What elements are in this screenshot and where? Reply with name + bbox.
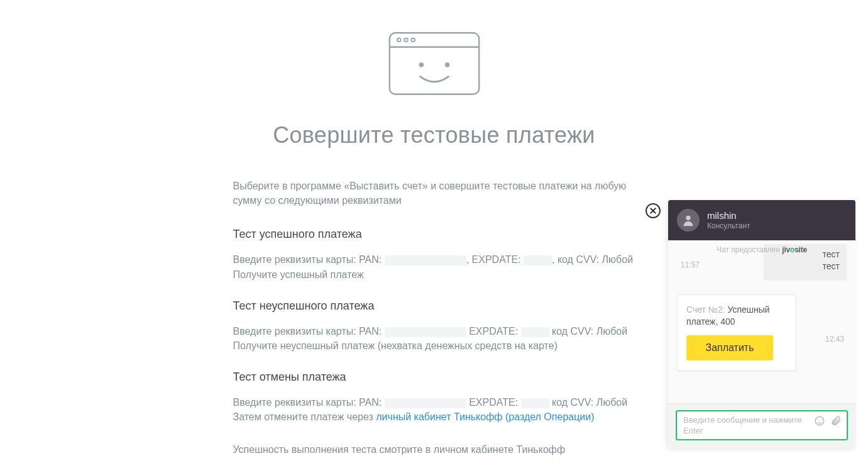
section-heading-success: Тест успешного платежа [233, 228, 635, 241]
payment-card-title: Счет №2: Успешный платеж, 400 [686, 304, 787, 328]
masked-expdate [521, 327, 549, 337]
page-title: Совершите тестовые платежи [233, 122, 635, 148]
svg-point-3 [404, 38, 408, 42]
section-heading-cancel: Тест отмены платежа [233, 371, 635, 384]
chat-input-area: Введите сообщение и нажмите Enter [668, 403, 855, 448]
agent-role: Консультант [707, 221, 750, 230]
chat-header: milshin Консультант [668, 200, 855, 240]
chat-widget: milshin Консультант Чат предоставлен jiv… [668, 200, 855, 448]
intro-text: Выберите в программе «Выставить счет» и … [233, 179, 635, 208]
masked-expdate [521, 398, 549, 408]
footer-note: Успешность выполнения теста смотрите в л… [233, 442, 635, 457]
payment-card: Счет №2: Успешный платеж, 400 Заплатить [677, 294, 796, 371]
svg-point-4 [411, 38, 415, 42]
svg-point-7 [686, 216, 690, 220]
masked-pan [385, 327, 466, 337]
tinkoff-operations-link[interactable]: личный кабинет Тинькофф (раздел Операции… [376, 411, 594, 422]
section-desc-cancel: Введите реквизиты карты: PAN: EXPDATE: к… [233, 395, 635, 424]
chat-body: Чат предоставлен jivosite 11:57 тест тес… [668, 240, 855, 403]
avatar [677, 209, 700, 232]
section-heading-fail: Тест неуспешного платежа [233, 299, 635, 313]
section-desc-success: Введите реквизиты карты: PAN: , EXPDATE:… [233, 252, 635, 281]
happy-browser-icon [387, 30, 481, 97]
svg-point-2 [397, 38, 400, 42]
message-timestamp: 12:43 [825, 335, 844, 344]
chat-provider-label: Чат предоставлен jivosite [668, 245, 855, 254]
svg-point-6 [444, 62, 449, 67]
agent-name: milshin [707, 210, 750, 222]
masked-pan [385, 398, 466, 408]
masked-expdate [524, 255, 552, 265]
svg-point-10 [821, 420, 822, 421]
emoji-icon[interactable] [814, 415, 825, 427]
pay-button[interactable]: Заплатить [686, 335, 773, 360]
message-timestamp: 11:57 [681, 260, 700, 269]
chat-text-input[interactable]: Введите сообщение и нажмите Enter [676, 410, 848, 440]
chat-input-placeholder: Введите сообщение и нажмите Enter [683, 415, 810, 437]
svg-point-9 [818, 420, 819, 421]
attachment-icon[interactable] [830, 415, 842, 427]
section-desc-fail: Введите реквизиты карты: PAN: EXPDATE: к… [233, 324, 635, 353]
masked-pan [385, 255, 466, 265]
chat-close-button[interactable] [646, 203, 661, 218]
svg-rect-0 [389, 33, 479, 94]
jivosite-logo: jivosite [782, 245, 807, 254]
svg-point-8 [815, 416, 824, 425]
svg-point-5 [419, 62, 424, 67]
